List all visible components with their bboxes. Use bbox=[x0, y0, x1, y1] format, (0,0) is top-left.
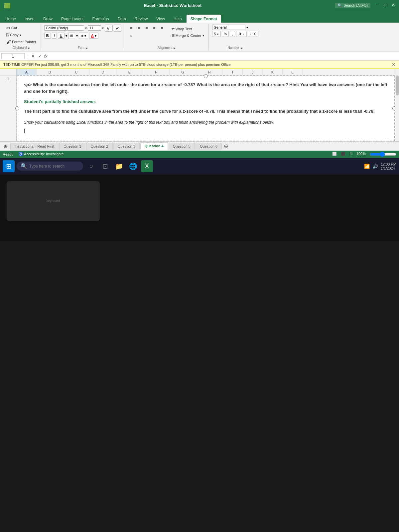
taskbar-search-input[interactable] bbox=[29, 164, 76, 169]
align-middle-left-button[interactable]: ≡ bbox=[151, 25, 158, 32]
number-expand-icon[interactable]: ⬙ bbox=[240, 46, 243, 50]
font-name-dropdown-icon[interactable]: ▾ bbox=[85, 26, 87, 30]
sheet-tab-instructions[interactable]: Instructions – Read First bbox=[10, 143, 59, 150]
formula-input[interactable] bbox=[50, 54, 398, 59]
font-size-input[interactable] bbox=[88, 25, 101, 31]
fill-dropdown-icon[interactable]: ▾ bbox=[84, 34, 86, 38]
cancel-formula-button[interactable]: ✕ bbox=[30, 53, 36, 59]
sheet-tab-q6[interactable]: Question 6 bbox=[196, 143, 222, 150]
resize-handle-right[interactable] bbox=[392, 106, 395, 110]
percent-button[interactable]: % bbox=[222, 31, 229, 37]
align-middle-center-button[interactable]: ≡ bbox=[158, 25, 166, 32]
copy-dropdown-icon[interactable]: ▾ bbox=[20, 33, 21, 37]
increase-decimal-button[interactable]: .0→ bbox=[236, 31, 247, 37]
maximize-button[interactable]: □ bbox=[384, 3, 386, 8]
underline-dropdown-icon[interactable]: ▾ bbox=[66, 34, 67, 38]
sheet-tab-q5[interactable]: Question 5 bbox=[169, 143, 195, 150]
close-button[interactable]: ✕ bbox=[392, 3, 395, 8]
view-break-icon[interactable]: ⊟ bbox=[349, 152, 352, 157]
taskbar-file-explorer-button[interactable]: 📁 bbox=[113, 160, 125, 172]
font-name-input[interactable] bbox=[44, 25, 84, 31]
currency-button[interactable]: $ ▾ bbox=[212, 31, 221, 37]
tab-draw[interactable]: Draw bbox=[39, 15, 57, 23]
borders-button[interactable]: ⊞ bbox=[68, 33, 75, 39]
col-header-k[interactable]: K bbox=[263, 69, 283, 75]
number-format-dropdown-icon[interactable]: ▾ bbox=[246, 26, 248, 29]
alignment-expand-icon[interactable]: ⬙ bbox=[173, 46, 176, 50]
col-header-c[interactable]: C bbox=[63, 69, 90, 75]
resize-handle-left[interactable] bbox=[15, 106, 19, 110]
scrollbar-thumb[interactable] bbox=[396, 75, 399, 95]
notification-close-button[interactable]: ✕ bbox=[392, 62, 396, 67]
wrap-text-button[interactable]: ⇌ Wrap Text bbox=[170, 26, 206, 32]
font-color-dropdown-icon[interactable]: ▾ bbox=[95, 34, 96, 38]
minimize-button[interactable]: ─ bbox=[376, 3, 379, 8]
col-header-b[interactable]: B bbox=[37, 69, 63, 75]
col-header-h[interactable]: H bbox=[196, 69, 223, 75]
add-sheet-button[interactable]: ⊕ bbox=[1, 142, 10, 150]
align-top-center-button[interactable]: ≡ bbox=[135, 25, 143, 32]
underline-button[interactable]: U bbox=[58, 33, 65, 39]
tab-formulas[interactable]: Formulas bbox=[88, 15, 113, 23]
zoom-slider[interactable] bbox=[370, 152, 396, 157]
view-layout-icon[interactable]: ⬛ bbox=[341, 152, 345, 157]
comma-button[interactable]: , bbox=[230, 31, 235, 37]
view-normal-icon[interactable]: ⬜ bbox=[332, 152, 337, 157]
font-increase-button[interactable]: A+ bbox=[105, 25, 113, 32]
taskbar-cortana-button[interactable]: ○ bbox=[85, 160, 97, 172]
col-header-g[interactable]: G bbox=[170, 69, 196, 75]
cut-button[interactable]: ✂ Cut bbox=[5, 25, 19, 31]
fill-color-button[interactable]: ◈ ▾ bbox=[79, 33, 88, 39]
col-header-e[interactable]: E bbox=[116, 69, 143, 75]
decrease-decimal-button[interactable]: ←.0 bbox=[248, 31, 258, 37]
font-decrease-button[interactable]: A- bbox=[114, 25, 121, 32]
tab-insert[interactable]: Insert bbox=[21, 15, 39, 23]
cell-reference-box[interactable] bbox=[1, 53, 25, 59]
confirm-formula-button[interactable]: ✓ bbox=[37, 53, 43, 59]
merge-dropdown-icon[interactable]: ▾ bbox=[202, 34, 204, 37]
tab-page-layout[interactable]: Page Layout bbox=[57, 15, 87, 23]
font-size-dropdown-icon[interactable]: ▾ bbox=[102, 26, 104, 30]
borders-dropdown-icon[interactable]: ▾ bbox=[76, 34, 78, 38]
tab-view[interactable]: View bbox=[152, 15, 169, 23]
sheet-tab-q1[interactable]: Question 1 bbox=[59, 143, 85, 150]
taskbar-task-view-button[interactable]: ⊡ bbox=[99, 160, 111, 172]
search-toolbar[interactable]: 🔍 Search (Alt+Q) bbox=[335, 3, 370, 8]
tab-review[interactable]: Review bbox=[131, 15, 152, 23]
sheet-tab-q4[interactable]: Question 4 bbox=[140, 142, 168, 150]
sheet-tab-q3[interactable]: Question 3 bbox=[113, 143, 140, 150]
tab-help[interactable]: Help bbox=[170, 15, 186, 23]
tab-home[interactable]: Home bbox=[1, 15, 20, 23]
col-header-a[interactable]: A bbox=[17, 69, 37, 75]
network-icon[interactable]: 📶 bbox=[364, 164, 370, 169]
cursor-area[interactable] bbox=[24, 128, 388, 134]
col-header-i[interactable]: I bbox=[223, 69, 243, 75]
vertical-scrollbar[interactable] bbox=[395, 69, 399, 141]
col-header-f[interactable]: F bbox=[143, 69, 170, 75]
tab-data[interactable]: Data bbox=[113, 15, 130, 23]
sound-icon[interactable]: 🔊 bbox=[372, 164, 378, 169]
format-painter-button[interactable]: 🖌 Format Painter bbox=[5, 39, 38, 45]
align-middle-right-button[interactable]: ≡ bbox=[128, 32, 135, 40]
align-top-right-button[interactable]: ≡ bbox=[143, 25, 150, 32]
clipboard-expand-icon[interactable]: ⬙ bbox=[28, 46, 30, 50]
italic-button[interactable]: I bbox=[52, 33, 57, 39]
copy-button[interactable]: ⎘ Copy ▾ bbox=[5, 32, 23, 38]
taskbar-chrome-button[interactable]: 🌐 bbox=[127, 160, 139, 172]
col-header-l[interactable]: L bbox=[283, 69, 303, 75]
bold-button[interactable]: B bbox=[44, 33, 51, 39]
currency-dropdown-icon[interactable]: ▾ bbox=[217, 33, 219, 36]
sheet-tab-q2[interactable]: Question 2 bbox=[86, 143, 112, 150]
col-header-j[interactable]: J bbox=[243, 69, 263, 75]
start-button[interactable]: ⊞ bbox=[3, 160, 15, 172]
col-header-d[interactable]: D bbox=[90, 69, 116, 75]
merge-center-button[interactable]: ⊟ Merge & Center ▾ bbox=[170, 33, 206, 38]
tab-shape-format[interactable]: Shape Format bbox=[187, 15, 221, 23]
align-top-left-button[interactable]: ≡ bbox=[128, 25, 135, 32]
taskbar-excel-button[interactable]: X bbox=[141, 160, 153, 172]
font-expand-icon[interactable]: ⬙ bbox=[85, 46, 88, 50]
resize-handle-top[interactable] bbox=[204, 74, 208, 78]
text-cell-content[interactable]: <p> What is the cumulative area from the… bbox=[17, 75, 395, 141]
font-color-button[interactable]: A ▾ bbox=[89, 33, 98, 39]
number-format-select[interactable] bbox=[212, 25, 245, 30]
